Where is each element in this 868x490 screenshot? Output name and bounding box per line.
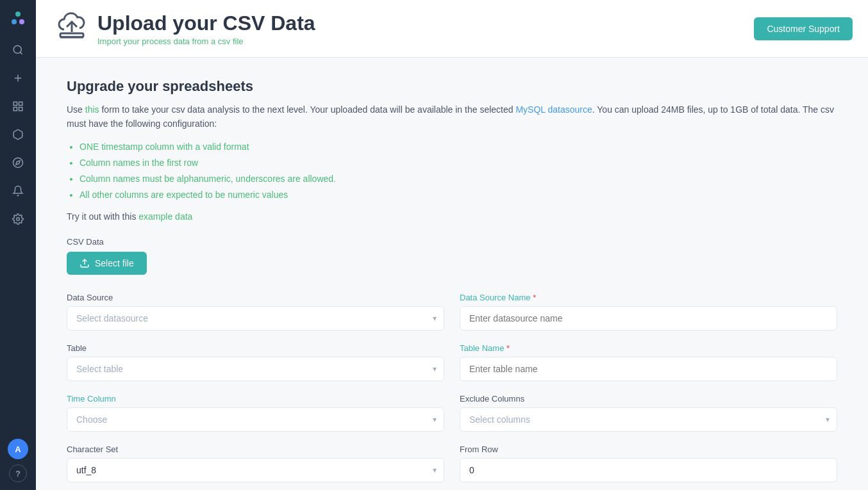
form-row-table: Table Select table Table Name * [67,343,837,381]
character-set-label: Character Set [67,445,444,454]
sidebar: A ? [0,0,36,490]
compass-icon[interactable] [6,151,29,174]
data-source-label: Data Source [67,293,444,302]
svg-point-10 [17,218,20,221]
data-source-name-label: Data Source Name * [460,293,837,302]
description-text: Use this form to take your csv data anal… [67,102,837,131]
table-name-input[interactable] [460,357,837,381]
customer-support-button[interactable]: Customer Support [754,17,853,40]
requirements-list: ONE timestamp column with a valid format… [79,139,837,204]
from-row-label: From Row [460,445,837,454]
table-select-wrapper: Select table [67,357,444,381]
sidebar-bottom: A ? [8,439,28,482]
requirement-item: ONE timestamp column with a valid format [79,139,837,155]
svg-point-1 [12,19,17,24]
add-icon[interactable] [6,67,29,90]
requirement-item: Column names must be alphanumeric, under… [79,171,837,187]
svg-rect-7 [19,108,22,111]
upload-arrow-icon [79,258,90,268]
character-set-select-wrapper: utf_8 utf_16 ascii latin1 [67,458,444,482]
from-row-group: From Row [460,445,837,482]
app-logo[interactable] [8,8,28,28]
settings-icon[interactable] [6,208,29,231]
main-content: Upload your CSV Data Import your process… [36,0,868,490]
csv-data-label: CSV Data [67,237,837,247]
svg-point-2 [19,19,24,24]
form-row-charset: Character Set utf_8 utf_16 ascii latin1 … [67,445,837,482]
upload-icon [56,10,87,47]
svg-rect-6 [13,108,17,111]
table-name-group: Table Name * [460,343,837,381]
svg-point-8 [13,158,23,168]
section-heading: Upgrade your spreadsheets [67,78,837,95]
try-it-text: Try it out with this example data [67,211,837,222]
svg-point-3 [13,45,21,53]
form-row-datasource: Data Source Select datasource Data Sourc… [67,293,837,331]
help-icon[interactable]: ? [9,464,27,482]
svg-rect-5 [19,102,22,105]
exclude-columns-select-wrapper: Select columns [460,407,837,432]
svg-point-0 [15,12,21,17]
select-file-label: Select file [95,258,134,268]
data-source-select[interactable]: Select datasource [67,306,444,331]
time-column-group: Time Column Choose [67,394,444,432]
select-file-button[interactable]: Select file [67,252,147,275]
character-set-select[interactable]: utf_8 utf_16 ascii latin1 [67,458,444,482]
from-row-input[interactable] [460,458,837,482]
table-label: Table [67,343,444,353]
data-source-name-group: Data Source Name * [460,293,837,331]
character-set-group: Character Set utf_8 utf_16 ascii latin1 [67,445,444,482]
requirement-item: All other columns are expected to be num… [79,187,837,203]
grid-icon[interactable] [6,95,29,118]
time-column-select-wrapper: Choose [67,407,444,432]
exclude-columns-select[interactable]: Select columns [460,407,837,432]
search-icon[interactable] [6,38,29,61]
page-title: Upload your CSV Data [97,12,315,35]
user-avatar[interactable]: A [8,439,28,459]
time-column-label: Time Column [67,394,444,404]
requirement-item: Column names in the first row [79,155,837,171]
form-row-time: Time Column Choose Exclude Columns Selec… [67,394,837,432]
exclude-columns-label: Exclude Columns [460,394,837,404]
table-name-label: Table Name * [460,343,837,353]
time-column-select[interactable]: Choose [67,407,444,432]
data-source-name-input[interactable] [460,306,837,331]
cube-icon[interactable] [6,123,29,146]
svg-rect-4 [13,102,17,105]
bell-icon[interactable] [6,179,29,202]
table-group: Table Select table [67,343,444,381]
exclude-columns-group: Exclude Columns Select columns [460,394,837,432]
data-source-group: Data Source Select datasource [67,293,444,331]
table-select[interactable]: Select table [67,357,444,381]
example-data-link[interactable]: example data [138,211,192,222]
data-source-select-wrapper: Select datasource [67,306,444,331]
page-subtitle: Import your process data from a csv file [97,37,315,46]
page-header: Upload your CSV Data Import your process… [36,0,868,58]
header-text: Upload your CSV Data Import your process… [97,12,315,46]
page-content: Upgrade your spreadsheets Use this form … [36,58,868,490]
svg-marker-9 [16,161,20,165]
